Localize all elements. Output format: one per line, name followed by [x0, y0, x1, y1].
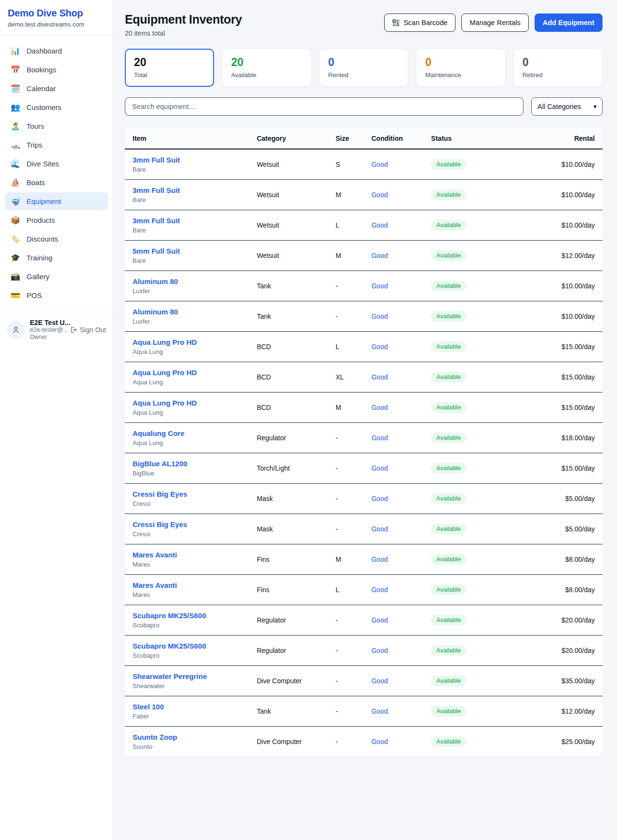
item-condition-link[interactable]: Good — [371, 191, 388, 199]
item-brand: Scubapro — [133, 622, 241, 629]
item-category: Wetsuit — [249, 210, 328, 241]
stat-label: Retired — [523, 71, 593, 79]
item-condition-link[interactable]: Good — [371, 495, 388, 502]
stat-card-total[interactable]: 20Total — [125, 49, 214, 87]
item-condition-link[interactable]: Good — [371, 373, 388, 381]
item-name-link[interactable]: Shearwater Peregrine — [133, 672, 241, 680]
item-name-link[interactable]: BigBlue AL1200 — [133, 460, 241, 468]
stat-card-available[interactable]: 20Available — [222, 49, 311, 87]
item-condition-link[interactable]: Good — [371, 221, 388, 229]
page-title: Equipment Inventory — [125, 13, 242, 27]
item-brand: Mares — [133, 561, 241, 568]
table-row: Suunto ZoopSuuntoDive Computer-GoodAvail… — [125, 727, 603, 757]
item-name-link[interactable]: Scubapro MK25/S600 — [133, 611, 241, 620]
sidebar-item-training[interactable]: 🎓Training — [5, 249, 108, 267]
status-badge: Available — [431, 615, 466, 625]
item-name-link[interactable]: Mares Avanti — [133, 551, 241, 559]
column-header-item: Item — [125, 127, 249, 149]
item-category: Tank — [249, 301, 328, 332]
item-rental-price: $10.00/day — [490, 301, 603, 332]
item-name-link[interactable]: 3mm Full Suit — [133, 156, 241, 164]
item-condition-link[interactable]: Good — [371, 404, 388, 411]
stat-card-maintenance[interactable]: 0Maintenance — [416, 49, 505, 87]
item-rental-price: $12.00/day — [490, 696, 603, 727]
sidebar-item-equipment[interactable]: 🤿Equipment — [5, 192, 108, 210]
search-input[interactable] — [125, 97, 523, 116]
item-condition-link[interactable]: Good — [371, 252, 388, 259]
item-name-link[interactable]: Cressi Big Eyes — [133, 520, 241, 528]
item-category: Wetsuit — [249, 149, 328, 180]
brand-title: Demo Dive Shop — [8, 8, 105, 19]
sidebar-item-pos[interactable]: 💳POS — [5, 286, 108, 304]
table-row: Aqua Lung Pro HDAqua LungBCDMGoodAvailab… — [125, 393, 603, 423]
stat-card-retired[interactable]: 0Retired — [513, 49, 603, 87]
item-name-link[interactable]: Aluminum 80 — [133, 277, 241, 285]
sidebar-item-trips[interactable]: 🛥️Trips — [5, 136, 108, 154]
sidebar-item-discounts[interactable]: 🏷️Discounts — [5, 230, 108, 248]
item-name-link[interactable]: Cressi Big Eyes — [133, 490, 241, 498]
sidebar-item-calendar[interactable]: 🗓️Calendar — [5, 80, 108, 97]
sidebar-item-products[interactable]: 📦Products — [5, 211, 108, 229]
item-name-link[interactable]: 3mm Full Suit — [133, 217, 241, 225]
manage-rentals-button[interactable]: Manage Rentals — [461, 14, 529, 32]
item-name-link[interactable]: Aqua Lung Pro HD — [133, 368, 241, 377]
item-condition-link[interactable]: Good — [371, 647, 388, 654]
item-size: - — [328, 514, 363, 544]
item-name-link[interactable]: 3mm Full Suit — [133, 186, 241, 194]
item-brand: Luxfer — [133, 287, 241, 295]
sign-out-button[interactable]: Sign Out — [69, 326, 106, 334]
item-brand: Bare — [133, 196, 241, 203]
item-name-link[interactable]: Mares Avanti — [133, 581, 241, 589]
sidebar-item-dive-sites[interactable]: 🌊Dive Sites — [5, 155, 108, 173]
item-rental-price: $10.00/day — [490, 149, 603, 180]
item-name-link[interactable]: Aluminum 80 — [133, 308, 241, 316]
tours-icon: 🏝️ — [11, 122, 20, 131]
sidebar-item-label: POS — [27, 291, 42, 299]
status-badge: Available — [431, 220, 466, 230]
item-condition-link[interactable]: Good — [371, 161, 388, 168]
item-size: L — [328, 575, 363, 605]
add-equipment-button[interactable]: Add Equipment — [535, 14, 603, 32]
sidebar-item-label: Dashboard — [27, 47, 62, 55]
item-condition-link[interactable]: Good — [371, 464, 388, 472]
item-name-link[interactable]: Aqua Lung Pro HD — [133, 338, 241, 346]
item-size: - — [328, 666, 363, 696]
sidebar-item-gallery[interactable]: 📸Gallery — [5, 268, 108, 285]
item-condition-link[interactable]: Good — [371, 343, 388, 351]
item-condition-link[interactable]: Good — [371, 586, 388, 594]
sidebar-item-dashboard[interactable]: 📊Dashboard — [5, 42, 108, 60]
sidebar-item-customers[interactable]: 👥Customers — [5, 98, 108, 116]
dive-sites-icon: 🌊 — [11, 159, 20, 168]
item-condition-link[interactable]: Good — [371, 555, 388, 563]
sidebar-item-tours[interactable]: 🏝️Tours — [5, 117, 108, 135]
item-condition-link[interactable]: Good — [371, 738, 388, 745]
stat-value: 0 — [425, 56, 496, 69]
item-condition-link[interactable]: Good — [371, 616, 388, 624]
item-condition-link[interactable]: Good — [371, 677, 388, 685]
category-select[interactable]: All Categories — [531, 97, 603, 116]
stats-row: 20Total20Available0Rented0Maintenance0Re… — [125, 49, 603, 87]
item-name-link[interactable]: Aqualung Core — [133, 429, 241, 437]
item-condition-link[interactable]: Good — [371, 282, 388, 290]
item-name-link[interactable]: Suunto Zoop — [133, 733, 241, 741]
item-category: Regulator — [249, 605, 328, 636]
item-condition-link[interactable]: Good — [371, 525, 388, 533]
item-name-link[interactable]: Scubapro MK25/S600 — [133, 642, 241, 650]
item-brand: Aqua Lung — [133, 409, 241, 416]
user-block: E2E Test U... e2e-tester@... Owner Sign … — [0, 312, 113, 347]
sidebar-item-boats[interactable]: ⛵Boats — [5, 174, 108, 191]
sidebar-item-bookings[interactable]: 📅Bookings — [5, 61, 108, 79]
item-name-link[interactable]: Steel 100 — [133, 703, 241, 711]
status-badge: Available — [431, 372, 466, 382]
item-condition-link[interactable]: Good — [371, 707, 388, 715]
stat-card-rented[interactable]: 0Rented — [319, 49, 408, 87]
sidebar-item-label: Dive Sites — [27, 160, 59, 168]
item-name-link[interactable]: 5mm Full Suit — [133, 247, 241, 255]
column-header-rental: Rental — [490, 127, 603, 149]
item-name-link[interactable]: Aqua Lung Pro HD — [133, 399, 241, 407]
scan-barcode-label: Scan Barcode — [403, 19, 447, 27]
item-condition-link[interactable]: Good — [371, 434, 388, 442]
scan-barcode-button[interactable]: Scan Barcode — [384, 14, 456, 32]
user-role: Owner — [30, 334, 65, 340]
item-condition-link[interactable]: Good — [371, 312, 388, 320]
